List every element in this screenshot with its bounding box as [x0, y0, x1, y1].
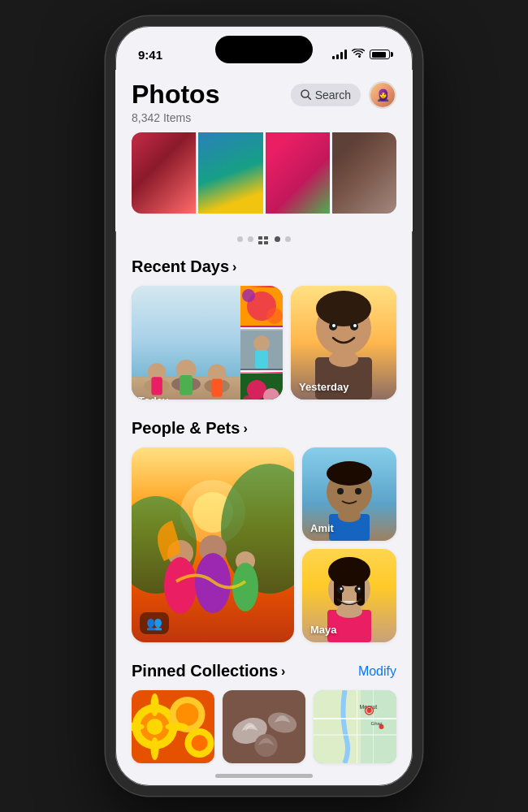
svg-point-65: [147, 719, 163, 735]
status-time: 9:41: [138, 48, 162, 62]
svg-point-47: [337, 488, 344, 495]
page-title: Photos: [132, 80, 219, 110]
shells-svg: [223, 690, 305, 763]
svg-point-67: [176, 703, 199, 726]
yesterday-card[interactable]: Yesterday: [291, 286, 396, 400]
pinned-collections-title: Pinned Collections: [132, 662, 278, 680]
svg-point-70: [151, 693, 159, 716]
people-pets-section: People & Pets ›: [115, 419, 413, 642]
people-pets-chevron: ›: [243, 421, 247, 436]
preview-photo-1[interactable]: [132, 132, 196, 214]
wifi-icon: [352, 49, 365, 61]
svg-rect-9: [180, 375, 193, 395]
svg-point-48: [355, 488, 361, 495]
today-side-2: [240, 329, 283, 370]
pinned-thumb-2[interactable]: [223, 690, 305, 763]
svg-point-77: [255, 734, 278, 757]
today-side-1: [240, 286, 283, 327]
svg-point-30: [353, 324, 357, 327]
people-pets-title: People & Pets: [132, 419, 240, 438]
recent-days-header[interactable]: Recent Days ›: [132, 257, 396, 276]
kids-sitting-svg: [132, 286, 240, 400]
svg-rect-12: [211, 378, 222, 396]
recent-days-title: Recent Days: [132, 257, 229, 276]
pinned-thumbs-row: Meerut Ghaz: [132, 690, 396, 771]
svg-line-1: [308, 97, 311, 100]
flowers-svg: [240, 372, 283, 400]
svg-point-26: [316, 291, 371, 326]
pinned-title-group[interactable]: Pinned Collections ›: [132, 662, 285, 680]
svg-point-69: [192, 735, 208, 751]
svg-point-73: [166, 723, 188, 731]
pinned-thumb-1[interactable]: [132, 690, 214, 763]
person-side-cards: Amit: [302, 447, 396, 642]
today-side-3: [240, 372, 283, 400]
svg-point-71: [151, 737, 159, 760]
svg-point-46: [327, 461, 372, 486]
recent-days-chevron: ›: [232, 260, 236, 274]
avatar-image: 🧕: [370, 83, 395, 107]
header-actions: Search 🧕: [291, 81, 396, 109]
dot-2: [248, 236, 253, 242]
preview-photo-3[interactable]: [266, 132, 330, 214]
svg-point-39: [164, 557, 197, 614]
yesterday-label: Yesterday: [299, 381, 348, 393]
svg-rect-19: [255, 350, 268, 369]
preview-photo-2[interactable]: [198, 132, 262, 214]
search-icon: [301, 89, 311, 100]
svg-point-90: [368, 709, 371, 712]
signal-bars-icon: [332, 50, 347, 59]
header-top: Photos Search 🧕: [132, 80, 396, 110]
map-svg: Meerut Ghaz: [314, 690, 396, 763]
page-dots: [115, 236, 413, 244]
dot-1: [237, 236, 243, 242]
pinned-chevron: ›: [281, 664, 285, 679]
svg-point-59: [358, 588, 361, 590]
avatar[interactable]: 🧕: [369, 81, 396, 109]
pinned-collections-section: Pinned Collections › Modify: [115, 662, 413, 771]
items-count: 8,342 Items: [132, 111, 396, 124]
people-pets-header[interactable]: People & Pets ›: [132, 419, 396, 438]
scroll-content[interactable]: Photos Search 🧕 8,342 Items: [115, 70, 413, 786]
main-group-card[interactable]: 👥: [132, 447, 294, 642]
amit-label: Amit: [310, 522, 334, 534]
dot-4: [275, 236, 280, 242]
home-indicator: [215, 774, 313, 778]
dot-5: [285, 236, 291, 242]
svg-point-32: [329, 351, 358, 367]
svg-point-29: [332, 324, 335, 327]
pinned-collections-header: Pinned Collections › Modify: [132, 662, 396, 680]
svg-rect-80: [361, 690, 397, 763]
photo-preview-grid[interactable]: [132, 132, 396, 214]
svg-text:Ghaz: Ghaz: [371, 721, 383, 726]
yesterday-photo: Yesterday: [291, 286, 396, 400]
marigold-svg: [132, 690, 214, 763]
amit-card[interactable]: Amit: [302, 447, 396, 541]
maya-label: Maya: [310, 624, 337, 636]
phone-frame: 9:41: [106, 16, 422, 796]
svg-point-61: [336, 605, 362, 618]
pinned-thumb-3[interactable]: Meerut Ghaz: [314, 690, 396, 763]
svg-point-18: [253, 335, 270, 352]
svg-point-50: [338, 509, 361, 522]
svg-rect-6: [151, 377, 162, 395]
search-button-label: Search: [315, 89, 351, 102]
modify-button[interactable]: Modify: [358, 664, 396, 679]
maya-card[interactable]: Maya: [302, 549, 396, 642]
dot-3-grid[interactable]: [258, 236, 270, 244]
search-button[interactable]: Search: [291, 84, 361, 106]
svg-point-58: [340, 588, 343, 590]
today-card[interactable]: Today: [132, 286, 283, 400]
svg-point-16: [266, 308, 283, 324]
svg-rect-79: [314, 690, 361, 763]
today-label: Today: [138, 395, 168, 400]
today-side-photos: [240, 286, 283, 400]
group-people-icon: 👥: [140, 612, 169, 634]
fabric-svg: [240, 286, 283, 327]
recent-days-grid: Today: [132, 286, 396, 400]
preview-photo-4[interactable]: [332, 132, 396, 214]
battery-icon: [370, 50, 390, 59]
status-icons: [332, 49, 390, 61]
people-pets-grid: 👥: [132, 447, 396, 642]
dress-svg: [240, 329, 283, 370]
